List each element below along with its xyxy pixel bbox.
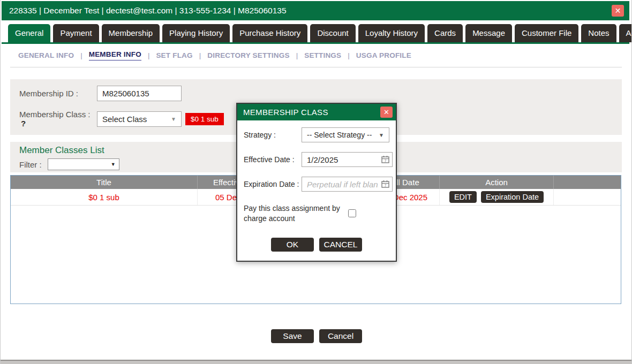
expiration-date-label: Expiration Date : <box>244 180 302 188</box>
modal-close-icon[interactable]: ✕ <box>380 107 393 118</box>
calendar-icon[interactable]: 7 <box>381 180 389 188</box>
tab-membership[interactable]: Membership <box>102 24 160 42</box>
customer-summary: 228335 | December Test | dectest@test.co… <box>9 6 612 16</box>
class-price-badge: $0 1 sub <box>185 113 224 125</box>
footer-actions: Save Cancel <box>1 329 632 343</box>
subnav-directory-settings[interactable]: DIRECTORY SETTINGS <box>207 51 289 59</box>
subnav-usga-profile[interactable]: USGA PROFILE <box>356 51 411 59</box>
column-title: Title <box>11 176 198 189</box>
tab-notes[interactable]: Notes <box>581 24 616 42</box>
subnav-separator: | <box>80 51 82 59</box>
membership-class-select[interactable]: Select Class ▼ <box>97 111 182 127</box>
column-spacer <box>554 176 621 189</box>
expiration-date-button[interactable]: Expiration Date <box>481 191 544 203</box>
tab-customer-file[interactable]: Customer File <box>515 24 578 42</box>
member-classes-heading: Member Classes List <box>19 145 104 156</box>
charge-account-label: Pay this class assignment by charge acco… <box>244 203 343 224</box>
column-action: Action <box>440 176 554 189</box>
svg-text:7: 7 <box>385 159 387 163</box>
strategy-label: Strategy : <box>244 131 302 139</box>
modal-ok-button[interactable]: OK <box>271 238 314 252</box>
active-tab-underline <box>2 42 629 44</box>
customer-titlebar: 228335 | December Test | dectest@test.co… <box>2 1 629 20</box>
subnav-separator: | <box>148 51 150 59</box>
row-spacer-cell <box>554 189 621 205</box>
subnav-separator: | <box>199 51 201 59</box>
modal-header: MEMBERSHIP CLASS ✕ <box>237 104 396 120</box>
modal-cancel-button[interactable]: CANCEL <box>319 238 362 252</box>
tab-general[interactable]: General <box>8 24 50 42</box>
subnav-member-info[interactable]: MEMBER INFO <box>89 50 141 60</box>
row-title: $0 1 sub <box>11 189 198 205</box>
chevron-down-icon: ▼ <box>171 116 176 122</box>
membership-class-selected-value: Select Class <box>102 115 171 124</box>
subnav-general-info[interactable]: GENERAL INFO <box>18 51 74 59</box>
tab-purchase-history[interactable]: Purchase History <box>232 24 307 42</box>
membership-id-label: Membership ID : <box>19 89 97 98</box>
calendar-icon[interactable]: 7 <box>381 155 389 163</box>
general-subnav: GENERAL INFO | MEMBER INFO | SET FLAG | … <box>18 50 411 60</box>
svg-text:7: 7 <box>385 184 387 187</box>
edit-button[interactable]: EDIT <box>449 191 477 203</box>
tab-loyalty-history[interactable]: Loyalty History <box>358 24 425 42</box>
charge-account-checkbox[interactable] <box>348 209 356 217</box>
membership-id-input[interactable] <box>97 86 182 101</box>
expiration-date-input[interactable] <box>302 177 393 192</box>
tab-playing-history[interactable]: Playing History <box>162 24 230 42</box>
tab-addresses[interactable]: Addresses <box>619 24 632 42</box>
tab-discount[interactable]: Discount <box>310 24 355 42</box>
tab-cards[interactable]: Cards <box>427 24 463 42</box>
cancel-button[interactable]: Cancel <box>319 329 362 343</box>
membership-class-modal: MEMBERSHIP CLASS ✕ Strategy : -- Select … <box>236 103 397 262</box>
filter-label: Filter : <box>19 160 42 169</box>
window-bottom-edge <box>1 360 631 364</box>
subnav-set-flag[interactable]: SET FLAG <box>156 51 192 59</box>
chevron-down-icon: ▼ <box>111 162 116 167</box>
subnav-divider <box>10 67 622 67</box>
close-icon[interactable]: ✕ <box>612 5 624 17</box>
tab-payment[interactable]: Payment <box>53 24 99 42</box>
main-tab-bar: General Payment Membership Playing Histo… <box>8 24 627 42</box>
strategy-selected-value: -- Select Strategy -- <box>307 131 379 139</box>
strategy-select[interactable]: -- Select Strategy -- ▼ <box>302 127 389 142</box>
subnav-separator: | <box>348 51 350 59</box>
help-question-icon[interactable]: ? <box>21 119 26 128</box>
chevron-down-icon: ▼ <box>379 132 384 138</box>
tab-message[interactable]: Message <box>465 24 512 42</box>
save-button[interactable]: Save <box>271 329 314 343</box>
membership-class-label-text: Membership Class : <box>19 110 91 119</box>
membership-class-label: Membership Class : ? <box>19 110 97 128</box>
modal-title: MEMBERSHIP CLASS <box>243 108 380 117</box>
effective-date-input[interactable] <box>302 152 393 167</box>
filter-select[interactable]: ▼ <box>48 158 119 170</box>
subnav-settings[interactable]: SETTINGS <box>304 51 341 59</box>
row-action-cell: EDIT Expiration Date <box>440 189 554 205</box>
effective-date-label: Effective Date : <box>244 155 302 164</box>
subnav-separator: | <box>296 51 298 59</box>
